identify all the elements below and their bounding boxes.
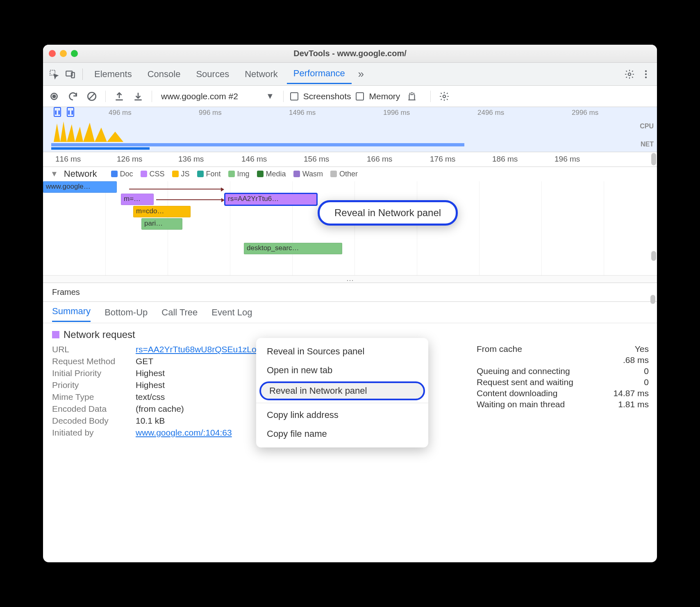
thumb[interactable] [650, 295, 655, 304]
timing-key: From cache [477, 344, 522, 354]
legend-item: JS [172, 170, 190, 178]
network-track-body[interactable]: www.google…m=…rs=AA2YrTtu6…m=cdo…pari…de… [43, 181, 657, 276]
close-window-button[interactable] [49, 50, 56, 57]
timing-key: Waiting on main thread [477, 399, 565, 409]
svg-point-4 [645, 70, 647, 72]
context-menu-item[interactable]: Open in new tab [256, 361, 428, 380]
context-menu-item[interactable]: Copy link address [256, 406, 428, 424]
timeline-ruler: 116 ms 126 ms 136 ms 146 ms 156 ms 166 m… [43, 152, 657, 167]
net-label: NET [641, 141, 654, 148]
performance-toolbar: www.google.com #2 ▼ Screenshots Memory [43, 86, 657, 107]
tab-console[interactable]: Console [141, 66, 187, 82]
timing-column: From cacheYes.68 msQueuing and connectin… [477, 343, 649, 411]
tab-sources[interactable]: Sources [189, 66, 236, 82]
initiator-arrow [156, 199, 224, 200]
tooltip-text: Reveal in Network panel [326, 205, 449, 220]
download-icon[interactable] [131, 89, 145, 103]
network-request-bar[interactable]: m=… [121, 194, 154, 205]
detail-tab-summary[interactable]: Summary [52, 306, 91, 322]
horizontal-scrollbar[interactable] [651, 153, 656, 165]
detail-value: text/css [136, 392, 165, 402]
timing-key: Queuing and connecting [477, 366, 570, 376]
dropdown-icon: ▼ [266, 91, 274, 101]
cpu-flame-mini [54, 119, 127, 142]
svg-marker-12 [54, 121, 123, 142]
context-menu-item[interactable]: Reveal in Sources panel [256, 342, 428, 361]
legend-item: Other [330, 170, 358, 178]
clear-icon[interactable] [85, 89, 99, 103]
device-toolbar-icon[interactable] [64, 67, 77, 81]
timing-value: .68 ms [623, 355, 649, 365]
tab-network[interactable]: Network [238, 66, 284, 82]
initiated-by-link[interactable]: www.google.com/:104:63 [136, 428, 232, 438]
legend-item: Font [197, 170, 221, 178]
traffic-lights [49, 50, 78, 57]
svg-point-5 [645, 73, 647, 75]
network-request-bar[interactable]: rs=AA2YrTtu6… [225, 194, 317, 205]
memory-label: Memory [369, 91, 400, 101]
session-selector[interactable]: www.google.com #2 ▼ [159, 91, 277, 102]
network-track: ▼ Network DocCSSJSFontImgMediaWasmOther … [43, 167, 657, 276]
settings-gear-icon[interactable] [437, 89, 451, 103]
network-request-bar[interactable]: www.google… [43, 181, 117, 193]
detail-tab-eventlog[interactable]: Event Log [211, 307, 252, 318]
overview-ticks: 496 ms 996 ms 1496 ms 1996 ms 2496 ms 29… [43, 109, 657, 118]
tab-performance[interactable]: Performance [287, 66, 352, 84]
more-tabs-icon[interactable]: » [354, 67, 368, 81]
timing-value: 14.87 ms [614, 388, 649, 398]
settings-gear-icon[interactable] [623, 67, 636, 81]
network-request-bar[interactable]: m=cdo… [133, 206, 191, 217]
legend-item: Media [257, 170, 286, 178]
timeline-overview[interactable]: ❚❚ ❚❚ 496 ms 996 ms 1496 ms 1996 ms 2496… [43, 107, 657, 152]
devtools-window: DevTools - www.google.com/ Elements Cons… [43, 45, 657, 562]
record-icon[interactable] [47, 89, 61, 103]
minimize-window-button[interactable] [60, 50, 67, 57]
svg-point-3 [628, 73, 631, 75]
screenshots-label: Screenshots [303, 91, 351, 101]
context-menu-item[interactable]: Copy file name [256, 424, 428, 443]
collapse-icon[interactable]: ▼ [50, 169, 58, 178]
reload-icon[interactable] [66, 89, 80, 103]
timing-value: 0 [644, 366, 649, 376]
inspect-element-icon[interactable] [47, 67, 61, 81]
cpu-label: CPU [640, 123, 654, 130]
net-strip-mini-2 [51, 147, 150, 150]
svg-point-6 [645, 76, 647, 78]
upload-icon[interactable] [112, 89, 126, 103]
network-track-title: Network [64, 169, 97, 179]
screenshots-checkbox[interactable] [290, 92, 298, 100]
context-menu-item[interactable]: Reveal in Network panel [259, 381, 425, 400]
legend-item: Doc [111, 170, 133, 178]
initiated-by-label: Initiated by [52, 428, 130, 438]
detail-key: Encoded Data [52, 404, 130, 414]
titlebar: DevTools - www.google.com/ [43, 45, 657, 63]
tab-elements[interactable]: Elements [88, 66, 139, 82]
timing-key: Content downloading [477, 388, 557, 398]
network-request-bar[interactable]: desktop_searc… [244, 243, 342, 254]
color-swatch [52, 331, 59, 338]
legend-item: Img [228, 170, 250, 178]
detail-key: Decoded Body [52, 416, 130, 426]
frames-track-header[interactable]: Frames [43, 283, 657, 302]
detail-value: 10.1 kB [136, 416, 165, 426]
detail-value: (from cache) [136, 404, 184, 414]
timing-value: Yes [635, 344, 649, 354]
context-menu: Reveal in Sources panelOpen in new tabRe… [256, 338, 428, 447]
detail-key: Request Method [52, 356, 130, 366]
garbage-collect-icon[interactable] [405, 89, 419, 103]
kebab-menu-icon[interactable] [639, 67, 653, 81]
memory-checkbox[interactable] [356, 92, 364, 100]
detail-key: Mime Type [52, 392, 130, 402]
detail-tab-calltree[interactable]: Call Tree [161, 307, 198, 318]
detail-value: Highest [136, 380, 165, 390]
detail-tab-bottomup[interactable]: Bottom-Up [105, 307, 148, 318]
timing-key: Request sent and waiting [477, 377, 573, 387]
zoom-window-button[interactable] [71, 50, 78, 57]
track-resizer[interactable]: ⋯ [43, 276, 657, 283]
vertical-scrollbar[interactable] [651, 251, 656, 261]
svg-line-10 [89, 93, 95, 99]
network-request-bar[interactable]: pari… [141, 218, 182, 230]
timing-value: 0 [644, 377, 649, 387]
svg-point-11 [443, 95, 446, 98]
initiator-arrow [129, 189, 223, 189]
